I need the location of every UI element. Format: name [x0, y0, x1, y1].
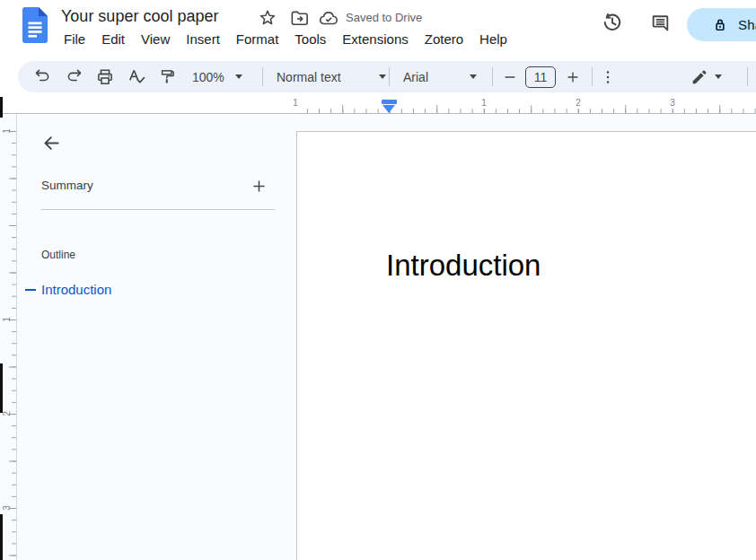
summary-section-label: Summary — [41, 178, 93, 194]
chevron-down-icon — [235, 74, 242, 79]
lock-icon — [710, 15, 730, 35]
app-header: Your super cool paper Saved to Drive Fil… — [0, 0, 756, 54]
share-button-label: Sha — [738, 17, 756, 32]
edge-scroll-fragment — [0, 514, 3, 560]
spellcheck-icon — [127, 67, 146, 87]
back-arrow-icon — [41, 133, 62, 153]
ruler-number: 2 — [2, 408, 13, 419]
chevron-down-icon[interactable] — [715, 74, 722, 79]
add-summary-button[interactable] — [250, 177, 268, 195]
horizontal-ruler-ticks: 1 1 2 3 — [296, 97, 756, 113]
left-indent-marker[interactable] — [382, 105, 395, 113]
google-docs-logo-icon[interactable] — [22, 7, 48, 47]
kebab-menu-icon — [599, 68, 617, 86]
ruler-number: 1 — [2, 314, 13, 325]
star-icon[interactable] — [257, 7, 278, 29]
zoom-value: 100% — [192, 70, 224, 84]
toolbar-separator — [747, 67, 748, 86]
redo-button[interactable] — [63, 66, 84, 88]
ruler-number: 3 — [667, 98, 678, 109]
menu-item-view[interactable]: View — [133, 30, 178, 49]
chevron-down-icon — [379, 74, 386, 79]
menu-item-zotero[interactable]: Zotero — [417, 30, 471, 49]
ruler-number: 3 — [2, 503, 13, 513]
outline-item-label: Introduction — [41, 280, 111, 300]
document-heading[interactable]: Introduction — [386, 248, 541, 284]
toolbar-separator — [492, 67, 493, 86]
menu-item-edit[interactable]: Edit — [93, 30, 133, 49]
outline-item-introduction[interactable]: Introduction — [25, 279, 111, 301]
plus-icon — [566, 70, 580, 84]
horizontal-ruler: 1 1 2 3 — [0, 97, 756, 114]
first-line-indent-marker[interactable] — [382, 100, 397, 104]
edge-scroll-fragment — [0, 97, 3, 118]
chevron-down-icon — [470, 74, 477, 79]
saved-status-text[interactable]: Saved to Drive — [346, 10, 422, 26]
menu-bar: File Edit View Insert Format Tools Exten… — [56, 30, 515, 49]
undo-icon — [33, 67, 52, 86]
zoom-select[interactable]: 100% — [192, 61, 242, 92]
paint-format-button[interactable] — [156, 66, 178, 88]
saved-to-drive-cloud-icon — [318, 7, 339, 29]
menu-item-help[interactable]: Help — [471, 30, 515, 49]
pen-icon — [690, 68, 708, 86]
close-outline-button[interactable] — [40, 131, 63, 154]
menu-item-tools[interactable]: Tools — [286, 30, 334, 49]
font-family-select[interactable]: Arial — [403, 61, 477, 92]
print-icon — [95, 67, 115, 87]
minus-icon — [503, 70, 517, 84]
summary-divider — [41, 209, 275, 210]
outline-item-dash-icon — [25, 289, 36, 291]
decrease-font-size-button[interactable] — [499, 66, 521, 88]
move-to-folder-icon[interactable] — [288, 7, 310, 29]
edge-scroll-fragment — [0, 363, 3, 413]
spell-check-button[interactable] — [126, 66, 147, 88]
comments-button[interactable] — [647, 10, 672, 35]
font-size-input[interactable]: 11 — [525, 66, 556, 88]
editing-mode-button[interactable] — [689, 66, 710, 88]
menu-item-format[interactable]: Format — [228, 30, 287, 49]
document-title[interactable]: Your super cool paper — [61, 5, 218, 27]
undo-button[interactable] — [31, 66, 53, 88]
menu-item-insert[interactable]: Insert — [178, 30, 228, 49]
ruler-number: 1 — [2, 126, 13, 136]
history-icon — [601, 11, 624, 34]
paint-roller-icon — [158, 67, 177, 86]
more-options-button[interactable] — [597, 66, 619, 88]
paragraph-style-select[interactable]: Normal text — [277, 61, 386, 92]
paragraph-style-value: Normal text — [277, 70, 341, 84]
toolbar-separator — [262, 67, 263, 86]
version-history-button[interactable] — [600, 10, 625, 35]
ruler-number: 2 — [573, 98, 584, 109]
menu-item-file[interactable]: File — [56, 30, 93, 49]
toolbar-separator — [389, 67, 390, 86]
font-family-value: Arial — [403, 70, 428, 84]
menu-item-extensions[interactable]: Extensions — [334, 30, 416, 49]
outline-sidebar: Summary Outline Introduction — [16, 114, 296, 560]
comment-icon — [649, 12, 672, 34]
document-page[interactable]: Introduction — [296, 131, 756, 560]
ruler-number: 1 — [479, 98, 489, 109]
plus-icon — [251, 178, 268, 195]
vertical-ruler-ticks — [7, 131, 16, 560]
redo-icon — [65, 67, 84, 86]
formatting-toolbar: 100% Normal text Arial 11 — [18, 61, 756, 92]
share-button[interactable]: Sha — [687, 8, 756, 41]
ruler-number: 1 — [290, 98, 301, 109]
toolbar-separator — [592, 67, 593, 86]
outline-section-label: Outline — [41, 248, 75, 262]
print-button[interactable] — [94, 66, 116, 88]
increase-font-size-button[interactable] — [562, 66, 584, 88]
